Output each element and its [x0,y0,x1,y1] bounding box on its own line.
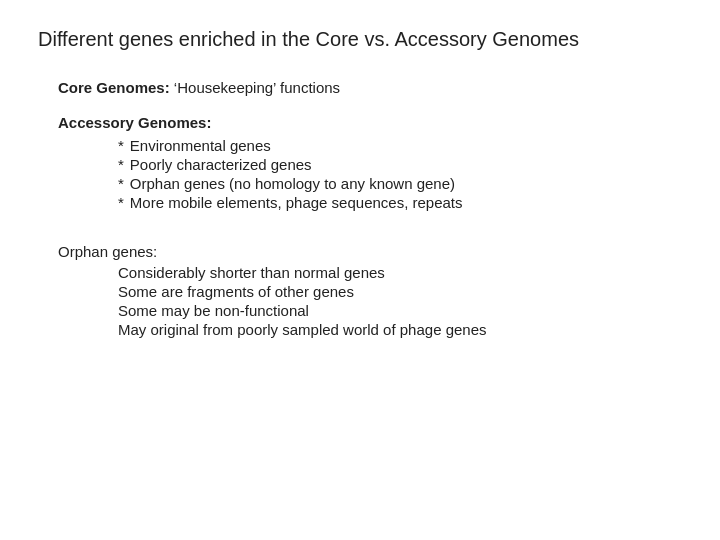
orphan-lines-container: Considerably shorter than normal genesSo… [118,264,682,338]
list-item: *Poorly characterized genes [118,156,682,173]
core-genomes-label: Core Genomes: ‘Housekeeping’ functions [58,79,682,96]
bullet-text: Poorly characterized genes [130,156,312,173]
list-item: Some are fragments of other genes [118,283,682,300]
list-item: May original from poorly sampled world o… [118,321,682,338]
page-title: Different genes enriched in the Core vs.… [38,28,682,51]
orphan-genes-section: Orphan genes: Considerably shorter than … [58,243,682,338]
bullet-star-icon: * [118,175,124,192]
core-genomes-description: ‘Housekeeping’ functions [170,79,340,96]
bullet-star-icon: * [118,194,124,211]
accessory-bullet-list: *Environmental genes*Poorly characterize… [118,137,682,211]
bullet-text: Orphan genes (no homology to any known g… [130,175,455,192]
bullet-text: Environmental genes [130,137,271,154]
list-item: Considerably shorter than normal genes [118,264,682,281]
core-genomes-section: Core Genomes: ‘Housekeeping’ functions [58,79,682,96]
bullet-star-icon: * [118,137,124,154]
bullet-text: More mobile elements, phage sequences, r… [130,194,463,211]
list-item: *More mobile elements, phage sequences, … [118,194,682,211]
orphan-genes-title: Orphan genes: [58,243,682,260]
accessory-genomes-label: Accessory Genomes: [58,114,682,131]
accessory-genomes-heading: Accessory Genomes: [58,114,211,131]
list-item: *Orphan genes (no homology to any known … [118,175,682,192]
accessory-genomes-section: Accessory Genomes: *Environmental genes*… [58,114,682,211]
bullet-star-icon: * [118,156,124,173]
core-genomes-heading: Core Genomes: [58,79,170,96]
list-item: *Environmental genes [118,137,682,154]
list-item: Some may be non-functional [118,302,682,319]
